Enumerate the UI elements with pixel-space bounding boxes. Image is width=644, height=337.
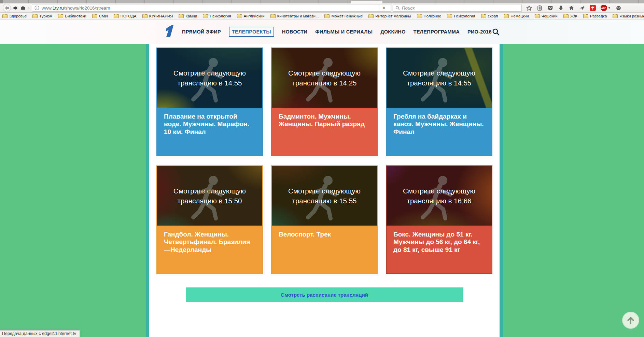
nav-item-dokkino[interactable]: ДОККИНО xyxy=(380,27,406,37)
folder-icon xyxy=(270,14,276,18)
bookmark-item[interactable]: Кинотеатры и магази... xyxy=(270,14,319,18)
back-button[interactable] xyxy=(3,4,11,12)
home-button[interactable] xyxy=(569,5,574,11)
bookmark-item[interactable]: Разведка xyxy=(583,14,607,18)
url-text[interactable]: www.1tv.ru/shows/rio2016/stream xyxy=(42,5,377,11)
bookmark-item[interactable]: СМИ xyxy=(92,14,108,18)
next-broadcast-time: Смотрите следующую трансляцию в 15:50 xyxy=(157,166,262,226)
download-arrow-icon xyxy=(558,5,564,11)
bookmark-label: Разведка xyxy=(590,14,607,18)
folder-icon xyxy=(179,14,184,18)
pocket-icon xyxy=(547,5,553,11)
bookmark-item[interactable]: Психология xyxy=(203,14,231,18)
search-box[interactable] xyxy=(393,4,522,12)
broadcast-card-boxing[interactable]: Смотрите следующую трансляцию в 16:66 Бо… xyxy=(386,165,492,274)
bookmark-item[interactable]: Библиотеки xyxy=(58,14,86,18)
folder-icon xyxy=(324,14,330,18)
folder-icon xyxy=(142,14,148,18)
bookmark-label: Кинотеатры и магази... xyxy=(277,14,319,18)
bookmark-label: Туризм xyxy=(39,14,52,18)
stop-load-icon[interactable]: ✕ xyxy=(379,5,389,11)
bookmark-label: Немецкий xyxy=(510,14,529,18)
next-broadcast-time: Смотрите следующую трансляцию в 16:66 xyxy=(387,166,492,226)
forward-button[interactable] xyxy=(13,5,18,11)
feedback-smiley-button[interactable] xyxy=(616,5,621,11)
adblock-plus-button[interactable]: ABP ▼ xyxy=(601,5,611,11)
abp-icon: ABP xyxy=(601,5,607,11)
broadcast-title[interactable]: Гандбол. Женщины. Четвертьфинал. Бразили… xyxy=(157,226,262,273)
bookmark-label: Психология xyxy=(454,14,475,18)
downloads-button[interactable] xyxy=(558,5,564,11)
bookmark-item[interactable]: Туризм xyxy=(32,14,52,18)
bookmark-label: Камни xyxy=(185,14,197,18)
site-search-button[interactable] xyxy=(492,28,500,36)
broadcast-card-canoe[interactable]: Смотрите следующую трансляцию в 14:55 Гр… xyxy=(386,48,492,156)
nav-item-teleprojects[interactable]: ТЕЛЕПРОЕКТЫ xyxy=(229,27,274,37)
bookmark-item[interactable]: Психология xyxy=(447,14,475,18)
card-preview: Смотрите следующую трансляцию в 16:66 xyxy=(387,166,492,226)
card-preview: Смотрите следующую трансляцию в 15:50 xyxy=(157,166,262,226)
pocket-button[interactable] xyxy=(547,5,553,11)
bookmark-item[interactable]: ПОГОДА xyxy=(114,14,137,18)
bookmark-item[interactable]: Чешский xyxy=(535,14,558,18)
broadcast-card-badminton[interactable]: Смотрите следующую трансляцию в 14:25 Ба… xyxy=(271,48,378,156)
next-broadcast-time: Смотрите следующую трансляцию в 14:25 xyxy=(272,48,377,108)
bookmark-item[interactable]: Языки разные xyxy=(613,14,644,18)
broadcast-title[interactable]: Плавание на открытой воде. Мужчины. Мара… xyxy=(157,108,262,156)
broadcast-title[interactable]: Гребля на байдарках и каноэ. Мужчины. Же… xyxy=(387,108,492,156)
channel-one-logo[interactable] xyxy=(164,25,174,39)
page-container-button[interactable] xyxy=(20,5,26,11)
bookmark-item[interactable]: Камни xyxy=(179,14,197,18)
right-accent-strip xyxy=(500,44,503,337)
bookmark-item[interactable]: Здоровье xyxy=(2,14,27,18)
broadcast-title[interactable]: Бокс. Женщины до 51 кг. Мужчины до 56 кг… xyxy=(387,226,492,273)
bookmark-label: Интернет магазины xyxy=(375,14,411,18)
bookmark-item[interactable]: Полезное xyxy=(417,14,442,18)
next-broadcast-time: Смотрите следующую трансляцию в 15:55 xyxy=(272,166,377,226)
nav-item-films-series[interactable]: ФИЛЬМЫ И СЕРИАЛЫ xyxy=(315,27,373,37)
broadcast-card-handball[interactable]: Смотрите следующую трансляцию в 15:50 Га… xyxy=(156,165,263,274)
site-header: ПРЯМОЙ ЭФИРТЕЛЕПРОЕКТЫНОВОСТИФИЛЬМЫ И СЕ… xyxy=(0,20,644,44)
back-arrow-icon xyxy=(4,5,10,11)
bookmark-star-button[interactable] xyxy=(526,5,532,11)
nav-item-rio-2016[interactable]: РИО-2016 xyxy=(467,27,492,37)
bookmark-label: Может ненужные xyxy=(331,14,363,18)
up-arrow-icon xyxy=(626,315,635,325)
bookmark-item[interactable]: Может ненужные xyxy=(324,14,363,18)
broadcast-title[interactable]: Велоспорт. Трек xyxy=(272,226,377,273)
channel-one-logo-icon xyxy=(164,25,174,37)
folder-icon xyxy=(504,14,509,18)
page-info-icon[interactable] xyxy=(34,5,40,11)
bookmark-item[interactable]: Немецкий xyxy=(504,14,529,18)
paper-plane-icon xyxy=(579,5,585,11)
broadcast-card-swimming[interactable]: Смотрите следующую трансляцию в 14:55 Пл… xyxy=(156,48,263,156)
nav-item-tv-program[interactable]: ТЕЛЕПРОГРАММА xyxy=(414,27,460,37)
avira-extension-button[interactable] xyxy=(590,5,596,11)
search-input[interactable] xyxy=(402,5,519,11)
url-bar[interactable]: www.1tv.ru/shows/rio2016/stream ✕ xyxy=(32,4,391,12)
url-path: /shows/rio2016/stream xyxy=(64,5,110,11)
card-preview: Смотрите следующую трансляцию в 14:25 xyxy=(272,48,377,108)
bookmark-item[interactable]: Интернет магазины xyxy=(368,14,411,18)
bookmark-item[interactable]: Английский xyxy=(237,14,265,18)
abp-dropdown-caret-icon: ▼ xyxy=(608,6,611,10)
umbrella-icon xyxy=(590,6,595,10)
card-preview: Смотрите следующую трансляцию в 14:55 xyxy=(387,48,492,108)
browser-tab-strip xyxy=(0,0,644,3)
schedule-button[interactable]: Смотреть расписание трансляций xyxy=(186,287,463,302)
bookmark-label: КУЛИНАРИЯ xyxy=(149,14,173,18)
bookmark-item[interactable]: скрап xyxy=(481,14,498,18)
bookmark-item[interactable]: ЖЖ xyxy=(563,14,577,18)
nav-item-live[interactable]: ПРЯМОЙ ЭФИР xyxy=(182,27,221,37)
smiley-icon xyxy=(616,5,621,11)
active-tab[interactable] xyxy=(351,1,382,3)
library-button[interactable] xyxy=(537,5,543,11)
scroll-to-top-button[interactable] xyxy=(622,312,639,329)
nav-item-news[interactable]: НОВОСТИ xyxy=(282,27,308,37)
broadcast-title[interactable]: Бадминтон. Мужчины. Женщины. Парный разр… xyxy=(272,108,377,156)
send-tab-button[interactable] xyxy=(579,5,585,11)
bookmark-item[interactable]: КУЛИНАРИЯ xyxy=(142,14,173,18)
broadcast-card-cycling[interactable]: Смотрите следующую трансляцию в 15:55 Ве… xyxy=(271,165,378,274)
bookmark-label: СМИ xyxy=(99,14,108,18)
search-icon xyxy=(395,5,400,11)
